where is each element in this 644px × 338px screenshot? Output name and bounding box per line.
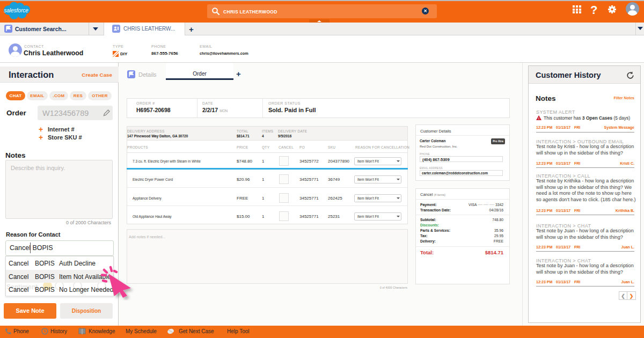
svg-text:salesforce: salesforce (4, 8, 28, 13)
